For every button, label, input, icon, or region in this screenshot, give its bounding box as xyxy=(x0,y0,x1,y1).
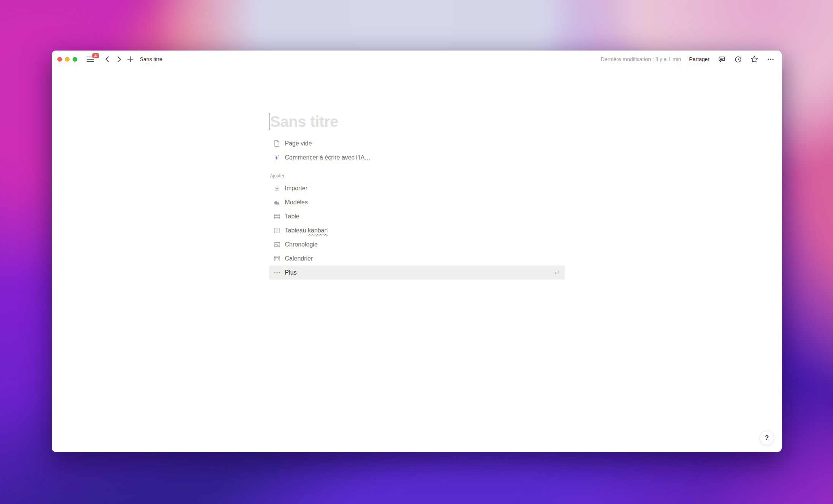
history-button[interactable] xyxy=(734,55,742,63)
window-toolbar: 4 Sans titre Derni xyxy=(52,51,782,68)
zoom-window-button[interactable] xyxy=(73,57,77,62)
last-modified-text: Dernière modification : Il y a 1 min xyxy=(601,56,681,62)
menu-item-ai-write[interactable]: Commencer à écrire avec l’IA… xyxy=(269,150,565,164)
share-button[interactable]: Partager xyxy=(689,56,709,62)
traffic-lights xyxy=(57,57,77,62)
menu-item-chronologie[interactable]: Chronologie xyxy=(269,237,565,251)
return-key-icon xyxy=(553,269,560,276)
ellipsis-icon xyxy=(767,55,774,63)
menu-item-table[interactable]: Table xyxy=(269,209,565,223)
sidebar-toggle-button[interactable]: 4 xyxy=(87,55,97,64)
menu-item-label: Tableau kanban xyxy=(285,227,328,234)
question-mark-icon: ? xyxy=(765,434,769,442)
menu-item-label: Table xyxy=(285,213,299,220)
comments-button[interactable] xyxy=(717,55,726,63)
menu-item-label: Modèles xyxy=(285,199,308,206)
menu-item-page-vide[interactable]: Page vide xyxy=(269,136,565,150)
menu-item-label: Commencer à écrire avec l’IA… xyxy=(285,154,371,161)
menu-item-importer[interactable]: Importer xyxy=(269,181,565,195)
menu-item-plus[interactable]: Plus xyxy=(269,265,565,280)
clock-icon xyxy=(734,55,742,63)
more-icon xyxy=(273,269,281,277)
menu-item-label: Page vide xyxy=(285,140,312,147)
update-count-badge: 4 xyxy=(92,53,99,58)
breadcrumb-page-title[interactable]: Sans titre xyxy=(140,56,162,62)
help-button[interactable]: ? xyxy=(760,431,774,445)
import-icon xyxy=(273,184,281,193)
menu-item-calendrier[interactable]: Calendrier xyxy=(269,251,565,265)
spellcheck-flagged-word: kanban xyxy=(308,227,328,234)
notion-window: 4 Sans titre Derni xyxy=(52,51,782,452)
toolbar-right-group: Dernière modification : Il y a 1 min Par… xyxy=(601,55,775,63)
text-caret xyxy=(269,113,270,130)
new-page-button[interactable] xyxy=(125,54,135,64)
chevron-right-icon xyxy=(115,55,123,63)
chevron-left-icon xyxy=(104,55,111,63)
table-icon xyxy=(273,212,281,221)
menu-item-modeles[interactable]: Modèles xyxy=(269,195,565,209)
minimize-window-button[interactable] xyxy=(65,57,70,62)
menu-item-label: Calendrier xyxy=(285,255,313,262)
ai-sparkle-icon xyxy=(273,153,281,162)
forward-button[interactable] xyxy=(114,54,124,64)
section-label-ajouter: Ajouter xyxy=(269,173,565,179)
page-content: Sans titre Page vide xyxy=(269,51,565,280)
menu-item-tableau-kanban[interactable]: Tableau kanban xyxy=(269,223,565,237)
add-actions: Importer Modèles xyxy=(269,181,565,280)
timeline-icon xyxy=(273,240,281,249)
star-icon xyxy=(750,55,759,63)
page-title-editor[interactable]: Sans titre xyxy=(269,112,565,131)
menu-item-label: Importer xyxy=(285,185,308,192)
page-icon xyxy=(273,139,281,148)
menu-item-label: Chronologie xyxy=(285,241,318,248)
close-window-button[interactable] xyxy=(57,57,62,62)
kanban-icon xyxy=(273,226,281,235)
page-title-placeholder: Sans titre xyxy=(270,113,338,130)
menu-item-label: Plus xyxy=(285,269,297,276)
plus-icon xyxy=(127,55,134,63)
primary-actions: Page vide Commencer à écrire avec l’IA… xyxy=(269,136,565,164)
back-button[interactable] xyxy=(103,54,112,64)
calendar-icon xyxy=(273,254,281,263)
favorite-button[interactable] xyxy=(750,55,759,63)
templates-icon xyxy=(273,198,281,207)
more-options-button[interactable] xyxy=(766,55,775,63)
comment-icon xyxy=(718,55,726,63)
